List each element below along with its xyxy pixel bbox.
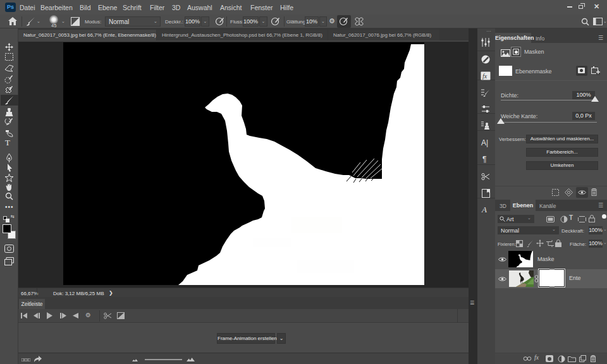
svg-text:fx: fx — [482, 73, 487, 80]
